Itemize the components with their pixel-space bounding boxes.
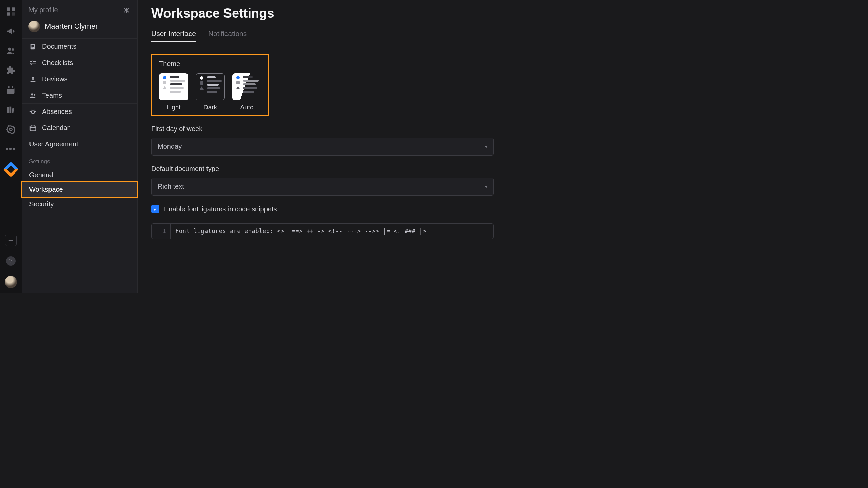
svg-rect-1 <box>12 7 15 11</box>
puzzle-icon[interactable] <box>6 66 16 75</box>
doc-type-value: Rich text <box>158 183 184 190</box>
sidebar-item-label: Absences <box>42 108 72 116</box>
gear-icon[interactable] <box>6 125 16 134</box>
more-icon[interactable]: ••• <box>6 144 16 154</box>
absences-icon <box>29 108 37 116</box>
theme-option-label: Dark <box>203 104 217 111</box>
first-day-value: Monday <box>158 143 182 150</box>
tab-notifications[interactable]: Notifications <box>208 29 247 42</box>
sidebar-item-absences[interactable]: Absences <box>22 104 137 120</box>
theme-option-label: Light <box>166 104 180 111</box>
sidebar-item-label: Reviews <box>42 75 68 83</box>
sidebar-title: My profile <box>28 6 58 14</box>
theme-option-light[interactable]: Light <box>159 73 188 111</box>
megaphone-icon[interactable] <box>6 26 16 36</box>
sidebar-item-calendar[interactable]: Calendar <box>22 120 137 136</box>
code-line-number: 1 <box>152 224 171 239</box>
main-content: Workspace Settings User Interface Notifi… <box>138 0 521 293</box>
sidebar-item-label: Documents <box>42 43 76 50</box>
svg-rect-0 <box>7 7 10 11</box>
app-logo-icon[interactable] <box>3 162 18 177</box>
settings-item-general[interactable]: General <box>22 168 137 182</box>
reviews-icon <box>29 76 37 83</box>
svg-rect-16 <box>31 46 34 47</box>
svg-rect-11 <box>10 107 12 113</box>
sidebar-item-reviews[interactable]: Reviews <box>22 71 137 87</box>
tabs: User Interface Notifications <box>151 29 507 42</box>
sidebar-item-checklists[interactable]: Checklists <box>22 55 137 71</box>
settings-section-label: Settings <box>22 152 137 168</box>
ligatures-label: Enable font ligatures in code snippets <box>164 205 277 213</box>
svg-rect-17 <box>31 47 33 48</box>
svg-rect-12 <box>12 108 14 113</box>
theme-preview-dark <box>196 73 225 100</box>
settings-item-label: General <box>29 171 53 179</box>
sidebar-item-label: Calendar <box>42 124 70 132</box>
theme-option-dark[interactable]: Dark <box>196 73 225 111</box>
svg-rect-7 <box>7 87 15 89</box>
svg-rect-9 <box>12 86 14 88</box>
svg-rect-3 <box>12 12 15 15</box>
documents-icon <box>29 43 37 50</box>
checklists-icon <box>29 59 37 67</box>
svg-point-20 <box>31 110 34 113</box>
first-day-label: First day of week <box>151 125 507 133</box>
svg-point-5 <box>12 48 14 51</box>
tab-user-interface[interactable]: User Interface <box>151 29 196 42</box>
chevron-down-icon: ▾ <box>485 184 487 189</box>
profile-row[interactable]: Maarten Clymer <box>22 17 137 39</box>
calendar-icon <box>29 124 37 132</box>
people-icon[interactable] <box>6 46 16 56</box>
sidebar-item-label: Teams <box>42 92 62 99</box>
svg-point-4 <box>8 48 11 51</box>
sidebar: My profile Maarten Clymer Documents Chec… <box>22 0 138 293</box>
svg-point-19 <box>34 94 35 95</box>
teams-icon <box>29 92 37 99</box>
calendar-rail-icon[interactable] <box>6 85 16 95</box>
settings-item-label: Security <box>29 200 54 208</box>
sidebar-item-user-agreement[interactable]: User Agreement <box>22 136 137 152</box>
sidebar-item-label: User Agreement <box>29 140 78 148</box>
theme-preview-light <box>159 73 188 100</box>
svg-rect-21 <box>30 126 36 131</box>
theme-label: Theme <box>159 60 261 68</box>
help-button[interactable]: ? <box>6 256 16 266</box>
page-title: Workspace Settings <box>151 6 507 21</box>
user-name: Maarten Clymer <box>45 22 98 31</box>
sidebar-item-label: Checklists <box>42 59 73 67</box>
collapse-sidebar-icon[interactable] <box>122 7 131 13</box>
icon-rail: ••• ＋ ? <box>0 0 22 293</box>
svg-point-13 <box>10 128 12 131</box>
theme-option-auto[interactable]: Auto <box>232 73 261 111</box>
user-avatar-rail[interactable] <box>5 276 17 288</box>
doc-type-label: Default document type <box>151 165 507 173</box>
user-avatar <box>28 21 40 32</box>
theme-option-label: Auto <box>240 104 253 111</box>
code-line-text: Font ligatures are enabled: <> |==> ++ -… <box>171 224 431 239</box>
svg-rect-10 <box>7 107 9 113</box>
first-day-select[interactable]: Monday ▾ <box>151 138 494 156</box>
sidebar-item-documents[interactable]: Documents <box>22 39 137 55</box>
svg-rect-8 <box>8 86 10 88</box>
library-icon[interactable] <box>6 105 16 115</box>
sidebar-item-teams[interactable]: Teams <box>22 87 137 104</box>
theme-preview-auto <box>232 73 261 100</box>
doc-type-select[interactable]: Rich text ▾ <box>151 178 494 196</box>
settings-item-workspace[interactable]: Workspace <box>22 182 137 197</box>
settings-item-label: Workspace <box>29 186 63 193</box>
settings-item-security[interactable]: Security <box>22 197 137 211</box>
svg-point-18 <box>31 93 33 95</box>
add-button[interactable]: ＋ <box>5 235 17 246</box>
svg-rect-2 <box>7 12 10 15</box>
theme-block: Theme <box>151 54 269 116</box>
dashboard-icon[interactable] <box>6 7 16 16</box>
svg-rect-15 <box>31 45 34 46</box>
code-sample: 1 Font ligatures are enabled: <> |==> ++… <box>151 223 494 239</box>
ligatures-checkbox[interactable]: ✓ <box>151 205 159 213</box>
chevron-down-icon: ▾ <box>485 144 487 149</box>
